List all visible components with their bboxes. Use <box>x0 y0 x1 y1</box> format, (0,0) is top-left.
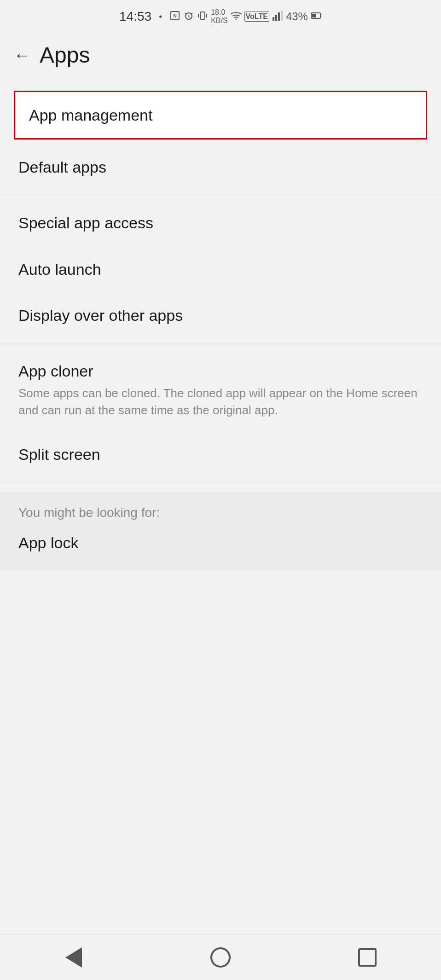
recents-nav-icon <box>358 948 377 967</box>
divider-3 <box>0 482 441 482</box>
status-bar: 14:53 • N 18.0KB/S <box>0 0 441 33</box>
home-nav-icon <box>210 947 231 968</box>
menu-item-title: Special app access <box>18 213 423 233</box>
svg-rect-10 <box>312 14 316 17</box>
divider-1 <box>0 195 441 195</box>
menu-item-auto-launch[interactable]: Auto launch <box>0 246 441 292</box>
nav-recents-button[interactable] <box>349 944 386 971</box>
svg-rect-6 <box>275 15 277 21</box>
svg-rect-8 <box>281 11 283 21</box>
vibrate-icon <box>197 10 208 23</box>
content: App management Default apps Special app … <box>0 81 441 575</box>
signal-icon <box>272 10 283 23</box>
menu-item-title: App cloner <box>18 361 423 381</box>
suggestion-item-app-lock[interactable]: App lock <box>18 529 423 557</box>
suggestion-section: You might be looking for: App lock <box>0 492 441 570</box>
nav-home-button[interactable] <box>202 944 239 971</box>
menu-item-title: Display over other apps <box>18 305 423 325</box>
svg-rect-7 <box>278 12 280 21</box>
alarm-icon <box>183 10 194 23</box>
back-button[interactable]: ← <box>14 46 30 65</box>
lte-icon: VoLTE <box>244 12 269 22</box>
page-title: Apps <box>40 42 90 68</box>
wifi-icon <box>231 10 242 23</box>
menu-item-title: App management <box>29 105 412 125</box>
nav-back-button[interactable] <box>55 944 92 971</box>
data-speed-icon: 18.0KB/S <box>211 8 227 25</box>
menu-item-title: Split screen <box>18 444 423 464</box>
status-time: 14:53 <box>119 9 151 24</box>
svg-rect-5 <box>273 17 274 21</box>
back-nav-icon <box>65 947 82 968</box>
menu-item-title: Auto launch <box>18 259 423 279</box>
svg-rect-3 <box>200 12 205 19</box>
suggestion-label: You might be looking for: <box>18 505 423 520</box>
nav-bar <box>0 934 441 980</box>
menu-item-display-over-other-apps[interactable]: Display over other apps <box>0 292 441 338</box>
status-dot: • <box>159 12 162 22</box>
menu-item-subtitle: Some apps can be cloned. The cloned app … <box>18 385 423 418</box>
divider-2 <box>0 343 441 343</box>
spacer <box>0 575 441 630</box>
battery-icon <box>311 10 322 23</box>
menu-item-title: Default apps <box>18 157 423 177</box>
menu-item-special-app-access[interactable]: Special app access <box>0 200 441 246</box>
nfc-icon: N <box>169 10 180 23</box>
menu-item-app-management[interactable]: App management <box>14 91 427 139</box>
menu-item-default-apps[interactable]: Default apps <box>0 144 441 190</box>
svg-text:N: N <box>174 13 177 18</box>
battery-percent: 43% <box>286 10 308 23</box>
status-icons: N 18.0KB/S <box>169 8 322 25</box>
svg-point-4 <box>235 18 237 20</box>
header: ← Apps <box>0 33 441 81</box>
menu-item-app-cloner[interactable]: App cloner Some apps can be cloned. The … <box>0 348 441 431</box>
menu-item-split-screen[interactable]: Split screen <box>0 431 441 477</box>
